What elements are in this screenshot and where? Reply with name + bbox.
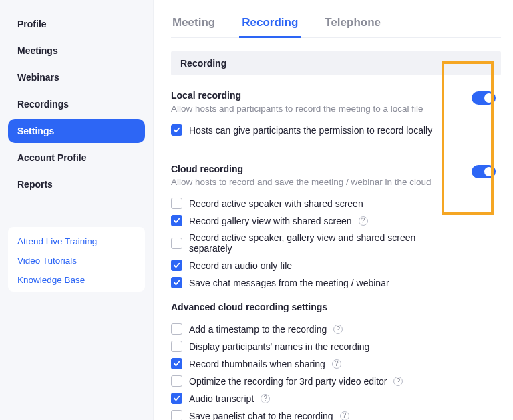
sidebar-item-meetings[interactable]: Meetings [8, 39, 145, 63]
local-hosts-can-give-participants-the-permissi-label: Hosts can give participants the permissi… [189, 125, 432, 136]
sidebar-help-box: Attend Live TrainingVideo TutorialsKnowl… [8, 227, 145, 292]
cloud-record-active-speaker-gallery-view-and-s-checkbox[interactable] [171, 238, 182, 249]
advanced-heading: Advanced cloud recording settings [171, 302, 454, 312]
adv-save-panelist-chat-to-the-recording-row: Save panelist chat to the recording? [171, 410, 454, 420]
adv-audio-transcript-row: Audio transcript? [171, 393, 454, 404]
cloud-recording-block: Cloud recording Allow hosts to record an… [171, 164, 501, 420]
tab-telephone[interactable]: Telephone [323, 12, 382, 37]
help-icon[interactable]: ? [332, 359, 341, 369]
tab-recording[interactable]: Recording [240, 12, 299, 37]
help-icon[interactable]: ? [261, 394, 270, 403]
advanced-options: Add a timestamp to the recording?Display… [171, 323, 454, 420]
cloud-record-gallery-view-with-shared-screen-checkbox[interactable] [171, 215, 182, 226]
local-options: Hosts can give participants the permissi… [171, 124, 454, 136]
cloud-record-an-audio-only-file-label: Record an audio only file [189, 260, 292, 271]
cloud-recording-desc: Allow hosts to record and save the meeti… [171, 177, 454, 187]
tab-meeting[interactable]: Meeting [171, 12, 216, 37]
sidebar-item-recordings[interactable]: Recordings [8, 92, 145, 116]
sidebar-nav: ProfileMeetingsWebinarsRecordingsSetting… [8, 12, 145, 196]
local-recording-toggle[interactable] [472, 91, 496, 105]
help-icon[interactable]: ? [359, 216, 368, 226]
cloud-record-an-audio-only-file-checkbox[interactable] [171, 260, 182, 271]
local-hosts-can-give-participants-the-permissi-row: Hosts can give participants the permissi… [171, 124, 454, 136]
adv-record-thumbnails-when-sharing-checkbox[interactable] [171, 358, 182, 369]
adv-display-participants-names-in-the-record-row: Display participants' names in the recor… [171, 341, 454, 352]
cloud-save-chat-messages-from-the-meeting-webi-checkbox[interactable] [171, 277, 182, 288]
adv-audio-transcript-checkbox[interactable] [171, 393, 182, 404]
adv-save-panelist-chat-to-the-recording-checkbox[interactable] [171, 410, 182, 420]
sidebar-item-webinars[interactable]: Webinars [8, 65, 145, 89]
cloud-record-gallery-view-with-shared-screen-row: Record gallery view with shared screen? [171, 215, 454, 226]
tabs: MeetingRecordingTelephone [171, 12, 501, 38]
cloud-record-active-speaker-with-shared-screen-checkbox[interactable] [171, 198, 182, 209]
help-icon[interactable]: ? [340, 411, 349, 421]
adv-display-participants-names-in-the-record-label: Display participants' names in the recor… [189, 341, 369, 352]
cloud-record-active-speaker-gallery-view-and-s-label: Record active speaker, gallery view and … [189, 232, 454, 254]
adv-audio-transcript-label: Audio transcript [189, 393, 254, 404]
cloud-record-active-speaker-with-shared-screen-row: Record active speaker with shared screen [171, 198, 454, 209]
sidebar-item-reports[interactable]: Reports [8, 172, 145, 196]
adv-add-a-timestamp-to-the-recording-label: Add a timestamp to the recording [189, 324, 327, 335]
local-recording-title: Local recording [171, 90, 454, 101]
sidebar-item-settings[interactable]: Settings [8, 119, 145, 143]
local-hosts-can-give-participants-the-permissi-checkbox[interactable] [171, 124, 182, 136]
help-link-attend-live-training[interactable]: Attend Live Training [17, 236, 136, 246]
cloud-save-chat-messages-from-the-meeting-webi-label: Save chat messages from the meeting / we… [189, 278, 389, 288]
cloud-recording-toggle[interactable] [472, 165, 496, 178]
adv-save-panelist-chat-to-the-recording-label: Save panelist chat to the recording [189, 411, 333, 421]
adv-record-thumbnails-when-sharing-label: Record thumbnails when sharing [189, 359, 325, 369]
adv-add-a-timestamp-to-the-recording-checkbox[interactable] [171, 323, 182, 335]
adv-optimize-the-recording-for-3rd-party-vid-checkbox[interactable] [171, 375, 182, 387]
cloud-recording-title: Cloud recording [171, 164, 454, 174]
adv-display-participants-names-in-the-record-checkbox[interactable] [171, 341, 182, 352]
adv-optimize-the-recording-for-3rd-party-vid-row: Optimize the recording for 3rd party vid… [171, 375, 454, 387]
help-link-video-tutorials[interactable]: Video Tutorials [17, 256, 136, 266]
adv-add-a-timestamp-to-the-recording-row: Add a timestamp to the recording? [171, 323, 454, 335]
local-recording-block: Local recording Allow hosts and particip… [171, 90, 501, 136]
cloud-options: Record active speaker with shared screen… [171, 198, 454, 288]
main-panel: MeetingRecordingTelephone Recording Loca… [154, 0, 513, 420]
sidebar-item-account-profile[interactable]: Account Profile [8, 146, 145, 170]
help-icon[interactable]: ? [393, 377, 403, 386]
cloud-record-active-speaker-gallery-view-and-s-row: Record active speaker, gallery view and … [171, 232, 454, 254]
cloud-record-active-speaker-with-shared-screen-label: Record active speaker with shared screen [189, 198, 363, 209]
cloud-record-gallery-view-with-shared-screen-label: Record gallery view with shared screen [189, 216, 352, 226]
local-recording-desc: Allow hosts and participants to record t… [171, 103, 454, 114]
cloud-record-an-audio-only-file-row: Record an audio only file [171, 260, 454, 271]
sidebar-item-profile[interactable]: Profile [8, 12, 145, 36]
help-icon[interactable]: ? [333, 325, 343, 334]
sidebar: ProfileMeetingsWebinarsRecordingsSetting… [0, 0, 154, 420]
adv-record-thumbnails-when-sharing-row: Record thumbnails when sharing? [171, 358, 454, 369]
section-header: Recording [171, 51, 501, 75]
help-link-knowledge-base[interactable]: Knowledge Base [17, 275, 136, 285]
adv-optimize-the-recording-for-3rd-party-vid-label: Optimize the recording for 3rd party vid… [189, 376, 387, 387]
cloud-save-chat-messages-from-the-meeting-webi-row: Save chat messages from the meeting / we… [171, 277, 454, 288]
